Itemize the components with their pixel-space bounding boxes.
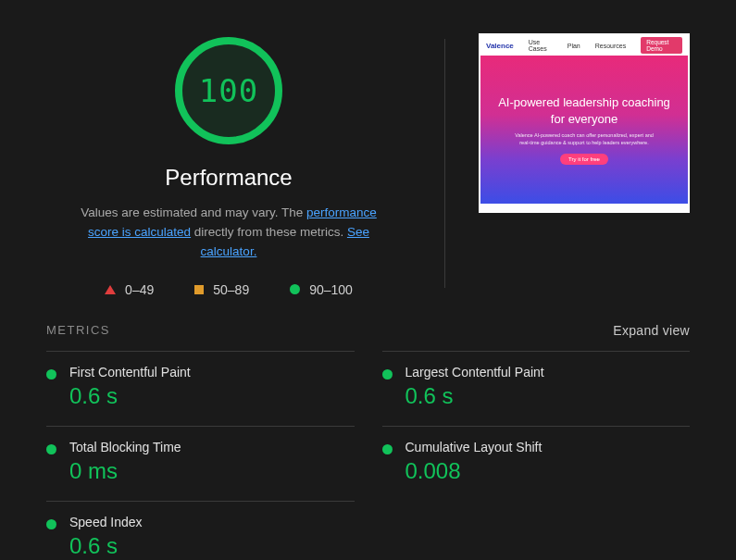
metric-value: 0.6 s bbox=[405, 383, 544, 409]
circle-icon bbox=[290, 284, 300, 294]
metric-name: Cumulative Layout Shift bbox=[405, 440, 543, 454]
score-legend: 0–49 50–89 90–100 bbox=[105, 282, 353, 297]
legend-low-label: 0–49 bbox=[125, 282, 154, 297]
metric-body: Largest Contentful Paint 0.6 s bbox=[405, 365, 544, 409]
metric-value: 0.008 bbox=[405, 458, 543, 484]
thumbnail-hero-cta: Try it for free bbox=[560, 154, 608, 165]
desc-mid: directly from these metrics. bbox=[191, 225, 347, 239]
thumbnail-nav: Valence Use Cases Plan Resources Request… bbox=[480, 35, 688, 56]
thumbnail-nav-item: Use Cases bbox=[529, 39, 553, 52]
legend-high-label: 90–100 bbox=[309, 282, 353, 297]
score-title: Performance bbox=[165, 165, 292, 191]
thumbnail-brand: Valence bbox=[486, 42, 514, 50]
desc-prefix: Values are estimated and may vary. The bbox=[81, 205, 306, 219]
thumbnail-nav-cta: Request Demo bbox=[641, 37, 682, 54]
score-description: Values are estimated and may vary. The p… bbox=[71, 204, 386, 262]
score-gauge: 100 bbox=[175, 37, 282, 144]
metric-value: 0.6 s bbox=[69, 383, 191, 409]
metric-tbt[interactable]: Total Blocking Time 0 ms bbox=[46, 426, 355, 501]
thumbnail-frame: Valence Use Cases Plan Resources Request… bbox=[479, 33, 690, 213]
metrics-grid: First Contentful Paint 0.6 s Largest Con… bbox=[46, 351, 690, 560]
metric-lcp[interactable]: Largest Contentful Paint 0.6 s bbox=[382, 351, 691, 426]
status-dot-icon bbox=[382, 444, 393, 454]
metric-name: Largest Contentful Paint bbox=[405, 365, 544, 380]
metric-si[interactable]: Speed Index 0.6 s bbox=[46, 501, 355, 560]
metric-name: First Contentful Paint bbox=[69, 365, 191, 380]
thumbnail-nav-item: Plan bbox=[568, 43, 580, 49]
metric-body: Total Blocking Time 0 ms bbox=[69, 440, 181, 484]
thumbnail-hero-title: AI-powered leadership coaching for every… bbox=[493, 94, 675, 127]
legend-mid: 50–89 bbox=[194, 282, 249, 297]
thumbnail-nav-item: Resources bbox=[595, 43, 626, 49]
status-dot-icon bbox=[46, 369, 56, 380]
thumbnail-hero: AI-powered leadership coaching for every… bbox=[480, 56, 688, 204]
page-thumbnail[interactable]: Valence Use Cases Plan Resources Request… bbox=[479, 30, 690, 213]
metric-name: Total Blocking Time bbox=[69, 440, 181, 454]
legend-mid-label: 50–89 bbox=[213, 282, 249, 297]
legend-high: 90–100 bbox=[290, 282, 353, 297]
thumbnail-footer bbox=[480, 204, 688, 213]
report-header-row: 100 Performance Values are estimated and… bbox=[46, 30, 690, 297]
status-dot-icon bbox=[382, 369, 393, 380]
metric-fcp[interactable]: First Contentful Paint 0.6 s bbox=[46, 351, 355, 426]
status-dot-icon bbox=[46, 444, 56, 454]
metrics-label: METRICS bbox=[46, 323, 110, 337]
triangle-icon bbox=[105, 285, 116, 294]
score-column: 100 Performance Values are estimated and… bbox=[46, 30, 411, 297]
metric-body: Speed Index 0.6 s bbox=[69, 515, 143, 559]
metric-value: 0 ms bbox=[69, 458, 181, 484]
metric-value: 0.6 s bbox=[69, 533, 143, 559]
square-icon bbox=[194, 285, 204, 294]
legend-low: 0–49 bbox=[105, 282, 154, 297]
metric-body: Cumulative Layout Shift 0.008 bbox=[405, 440, 543, 484]
score-value: 100 bbox=[199, 72, 258, 109]
thumbnail-hero-sub: Valence AI-powered coach can offer perso… bbox=[510, 132, 658, 145]
status-dot-icon bbox=[46, 519, 56, 529]
metric-body: First Contentful Paint 0.6 s bbox=[69, 365, 191, 409]
metrics-header: METRICS Expand view bbox=[46, 323, 690, 338]
metric-cls[interactable]: Cumulative Layout Shift 0.008 bbox=[382, 426, 691, 501]
vertical-divider bbox=[444, 39, 445, 288]
expand-view-button[interactable]: Expand view bbox=[613, 323, 690, 338]
performance-report: 100 Performance Values are estimated and… bbox=[0, 0, 736, 560]
metric-name: Speed Index bbox=[69, 515, 143, 529]
